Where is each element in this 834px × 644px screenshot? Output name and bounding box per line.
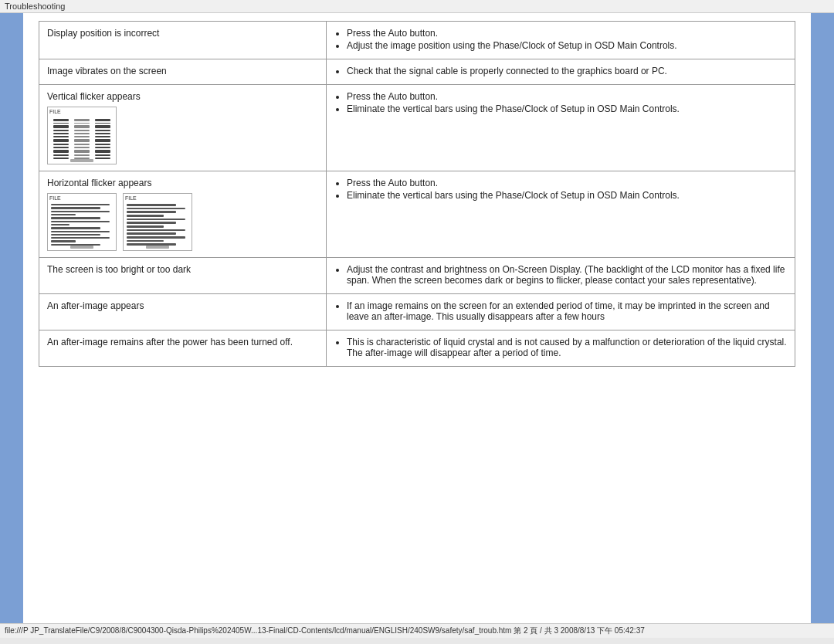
solution-list-2: Press the Auto button.Eliminate the vert… [334, 91, 787, 114]
solution-list-4: Adjust the contrast and brightness on On… [334, 264, 787, 286]
right-sidebar [811, 13, 834, 623]
solution-cell-3: Press the Auto button.Eliminate the vert… [327, 171, 795, 258]
top-bar: Troubleshooting [0, 0, 834, 13]
solution-item-4: Adjust the contrast and brightness on On… [347, 264, 787, 286]
monitor-image-container-3: FILEFILE [47, 193, 318, 251]
solution-item-0-0: Press the Auto button. [347, 28, 787, 39]
solution-cell-4: Adjust the contrast and brightness on On… [327, 258, 795, 294]
solution-item-2-1: Eliminate the vertical bars using the Ph… [347, 103, 787, 114]
solution-list-6: This is characteristic of liquid crystal… [334, 337, 787, 358]
problem-cell-5: An after-image appears [39, 294, 327, 330]
problem-text-0: Display position is incorrect [47, 28, 318, 39]
solution-list-0: Press the Auto button.Adjust the image p… [334, 28, 787, 51]
problem-text-1: Image vibrates on the screen [47, 66, 318, 76]
solution-item-1-0: Check that the signal cable is properly … [347, 66, 787, 76]
problem-cell-1: Image vibrates on the screen [39, 59, 327, 85]
bottom-bar-text: file:///P JP_TranslateFile/C9/2008/8/C90… [5, 626, 645, 635]
solution-cell-2: Press the Auto button.Eliminate the vert… [327, 85, 795, 171]
main-layout: Display position is incorrectPress the A… [0, 13, 834, 623]
content-area: Display position is incorrectPress the A… [23, 13, 811, 623]
solution-cell-1: Check that the signal cable is properly … [327, 59, 795, 85]
solution-item-3-1: Eliminate the vertical bars using the Ph… [347, 190, 787, 201]
solution-cell-6: This is characteristic of liquid crystal… [327, 330, 795, 367]
solution-cell-0: Press the Auto button.Adjust the image p… [327, 22, 795, 59]
horizontal-flicker-image-1: FILE [123, 193, 192, 251]
problem-cell-4: The screen is too bright or too dark [39, 258, 327, 294]
problem-cell-0: Display position is incorrect [39, 22, 327, 59]
problem-cell-6: An after-image remains after the power h… [39, 330, 327, 367]
problem-text-6: An after-image remains after the power h… [47, 337, 318, 347]
solution-item-0-1: Adjust the image position using the Phas… [347, 40, 787, 51]
vertical-flicker-image: FILE [47, 107, 117, 164]
problem-cell-2: Vertical flicker appearsFILE [39, 85, 327, 171]
solution-item-6: This is characteristic of liquid crystal… [347, 337, 787, 358]
problem-text-2: Vertical flicker appears [47, 91, 318, 102]
troubleshooting-table: Display position is incorrectPress the A… [39, 21, 795, 367]
solution-list-3: Press the Auto button.Eliminate the vert… [334, 178, 787, 201]
problem-text-4: The screen is too bright or too dark [47, 264, 318, 275]
solution-list-1: Check that the signal cable is properly … [334, 66, 787, 76]
bottom-bar: file:///P JP_TranslateFile/C9/2008/8/C90… [0, 623, 834, 638]
problem-text-3: Horizontal flicker appears [47, 178, 318, 188]
left-sidebar [0, 13, 23, 623]
solution-cell-5: If an image remains on the screen for an… [327, 294, 795, 330]
solution-item-3-0: Press the Auto button. [347, 178, 787, 188]
problem-cell-3: Horizontal flicker appearsFILEFILE [39, 171, 327, 258]
solution-item-2-0: Press the Auto button. [347, 91, 787, 102]
horizontal-flicker-image-0: FILE [47, 193, 117, 251]
problem-text-5: An after-image appears [47, 300, 318, 311]
solution-list-5: If an image remains on the screen for an… [334, 300, 787, 322]
solution-item-5: If an image remains on the screen for an… [347, 300, 787, 322]
monitor-image-container-2: FILE [47, 107, 318, 164]
top-bar-label: Troubleshooting [5, 2, 65, 11]
